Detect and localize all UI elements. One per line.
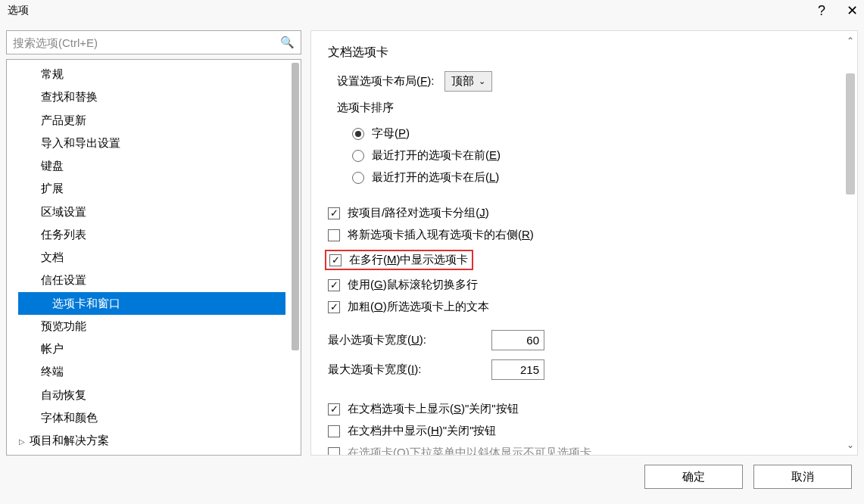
tab-layout-select[interactable]: 顶部 ⌄ (444, 71, 492, 92)
checks-block-2: 在文档选项卡上显示(S)"关闭"按钮 在文档井中显示(H)"关闭"按钮 在选项卡… (328, 398, 841, 456)
check-label: 在文档井中显示(H)"关闭"按钮 (348, 424, 497, 438)
check-group-by-project[interactable]: 按项目/路径对选项卡分组(J) (328, 202, 841, 224)
radio-alpha[interactable]: 字母(P) (352, 123, 841, 145)
radio-label: 最近打开的选项卡在前(E) (372, 148, 501, 163)
check-label: 加粗(O)所选选项卡上的文本 (348, 300, 489, 314)
radio-label: 最近打开的选项卡在后(L) (372, 170, 499, 185)
tree-container: 常规 查找和替换 产品更新 导入和导出设置 键盘 扩展 区域设置 任务列表 文档… (6, 59, 301, 456)
check-truncated[interactable]: 在选项卡(O)下拉菜单中以斜体显示不可见选项卡 (328, 442, 841, 456)
check-scroll-wheel[interactable]: 使用(G)鼠标滚轮切换多行 (328, 274, 841, 296)
radio-icon (352, 172, 364, 184)
checkbox-icon (328, 425, 340, 437)
checkbox-icon (328, 403, 340, 415)
right-scrollbar-thumb[interactable] (846, 73, 855, 194)
tree-item-selected[interactable]: 选项卡和窗口 (18, 292, 285, 315)
tree-item[interactable]: 字体和颜色 (7, 406, 301, 429)
check-show-close-well[interactable]: 在文档井中显示(H)"关闭"按钮 (328, 420, 841, 442)
search-box[interactable]: 🔍 (6, 30, 301, 54)
tree-item[interactable]: 终端 (7, 360, 301, 383)
checks-block-1: 按项目/路径对选项卡分组(J) 将新选项卡插入现有选项卡的右侧(R) 在多行(M… (328, 202, 841, 318)
tree-item[interactable]: 任务列表 (7, 223, 301, 246)
chevron-down-icon: ⌄ (479, 76, 485, 86)
tree-item[interactable]: 扩展 (7, 177, 301, 200)
help-icon[interactable]: ? (818, 3, 825, 19)
tree-item[interactable]: 文档 (7, 246, 301, 269)
search-input[interactable] (13, 36, 280, 49)
check-show-close[interactable]: 在文档选项卡上显示(S)"关闭"按钮 (328, 398, 841, 420)
checkbox-icon (329, 254, 342, 266)
tree-scrollbar-thumb[interactable] (292, 63, 299, 350)
tree-item[interactable]: 常规 (7, 63, 301, 86)
checkbox-icon (328, 447, 340, 456)
right-panel: 文档选项卡 设置选项卡布局(F): 顶部 ⌄ 选项卡排序 字母(P) 最近打开的… (310, 30, 858, 456)
cancel-button[interactable]: 取消 (753, 465, 852, 489)
close-icon[interactable]: ✕ (847, 2, 858, 19)
check-label: 使用(G)鼠标滚轮切换多行 (348, 278, 478, 292)
main-area: 🔍 常规 查找和替换 产品更新 导入和导出设置 键盘 扩展 区域设置 任务列表 … (0, 21, 864, 456)
tree-item-parent[interactable]: 项目和解决方案 (7, 429, 301, 452)
radio-label: 字母(P) (372, 126, 410, 141)
checkbox-icon (328, 279, 340, 291)
min-width-label: 最小选项卡宽度(U): (328, 333, 479, 347)
section-title: 文档选项卡 (328, 45, 841, 61)
tab-sort-section: 选项卡排序 字母(P) 最近打开的选项卡在前(E) 最近打开的选项卡在后(L) (337, 101, 841, 188)
tree-item[interactable]: 信任设置 (7, 269, 301, 291)
dialog-footer: 确定 取消 (0, 456, 864, 498)
tree-item[interactable]: 键盘 (7, 154, 301, 177)
max-width-input[interactable] (491, 359, 544, 380)
options-tree: 常规 查找和替换 产品更新 导入和导出设置 键盘 扩展 区域设置 任务列表 文档… (7, 60, 301, 456)
check-label: 在文档选项卡上显示(S)"关闭"按钮 (348, 402, 519, 416)
right-scrollbar[interactable]: ⌃ ⌄ (846, 34, 855, 452)
scroll-down-icon[interactable]: ⌄ (846, 440, 855, 450)
check-multi-row[interactable]: 在多行(M)中显示选项卡 (328, 246, 841, 274)
radio-icon (352, 150, 364, 162)
check-bold-selected[interactable]: 加粗(O)所选选项卡上的文本 (328, 296, 841, 318)
tree-item[interactable]: 预览功能 (7, 315, 301, 338)
titlebar: 选项 ? ✕ (0, 0, 864, 21)
max-width-row: 最大选项卡宽度(I): (328, 355, 841, 384)
tree-item-parent[interactable]: 工作项 (7, 452, 301, 456)
tree-item[interactable]: 自动恢复 (7, 384, 301, 406)
radio-recent-front[interactable]: 最近打开的选项卡在前(E) (352, 145, 841, 166)
highlight-box: 在多行(M)中显示选项卡 (325, 250, 473, 270)
tree-item[interactable]: 导入和导出设置 (7, 132, 301, 154)
left-panel: 🔍 常规 查找和替换 产品更新 导入和导出设置 键盘 扩展 区域设置 任务列表 … (6, 30, 301, 456)
tab-layout-value: 顶部 (451, 74, 474, 89)
radio-icon (352, 128, 364, 140)
checkbox-icon (328, 207, 340, 219)
window-title: 选项 (8, 4, 29, 17)
tree-item[interactable]: 查找和替换 (7, 86, 301, 108)
check-label: 在多行(M)中显示选项卡 (349, 253, 469, 267)
max-width-label: 最大选项卡宽度(I): (328, 362, 479, 377)
radio-recent-back[interactable]: 最近打开的选项卡在后(L) (352, 166, 841, 188)
search-icon[interactable]: 🔍 (280, 36, 295, 49)
tree-item[interactable]: 区域设置 (7, 201, 301, 223)
check-insert-right[interactable]: 将新选项卡插入现有选项卡的右侧(R) (328, 224, 841, 246)
min-width-row: 最小选项卡宽度(U): (328, 325, 841, 355)
ok-button[interactable]: 确定 (644, 465, 743, 489)
checkbox-icon (328, 229, 340, 241)
checkbox-icon (328, 301, 340, 313)
check-label-truncated: 在选项卡(O)下拉菜单中以斜体显示不可见选项卡 (348, 446, 591, 456)
tree-item[interactable]: 帐户 (7, 338, 301, 360)
tab-layout-row: 设置选项卡布局(F): 顶部 ⌄ (337, 71, 841, 92)
tab-sort-title: 选项卡排序 (337, 101, 841, 115)
check-label: 将新选项卡插入现有选项卡的右侧(R) (348, 228, 534, 242)
tree-item[interactable]: 产品更新 (7, 109, 301, 132)
tab-layout-label: 设置选项卡布局(F): (337, 74, 434, 89)
check-label: 按项目/路径对选项卡分组(J) (348, 206, 489, 220)
scroll-up-icon[interactable]: ⌃ (846, 36, 855, 46)
min-width-input[interactable] (491, 330, 544, 350)
titlebar-controls: ? ✕ (818, 2, 858, 19)
